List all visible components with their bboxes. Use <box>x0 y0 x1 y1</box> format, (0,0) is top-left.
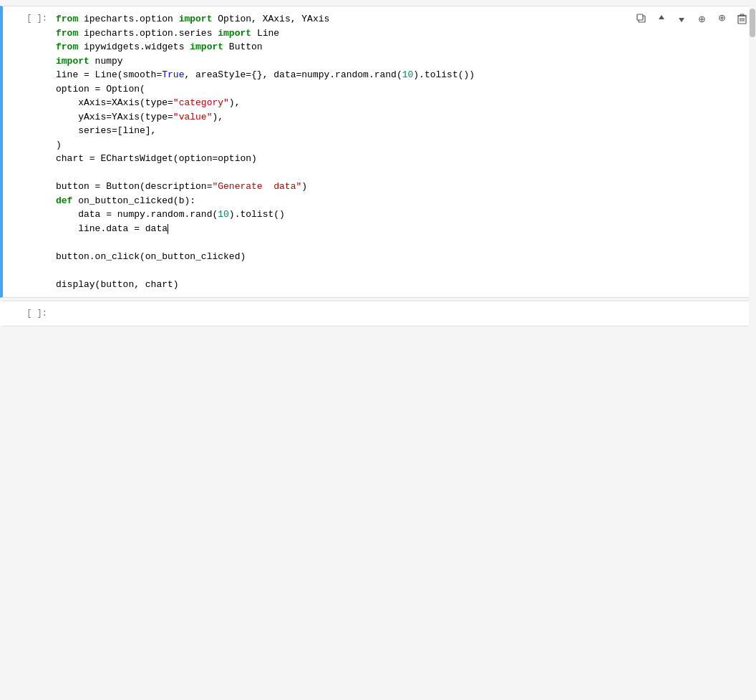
cell-prompt-1: [ ]: <box>3 6 53 297</box>
notebook-container: [ ]: from ipecharts.option import Option… <box>0 6 756 700</box>
code-line: def on_button_clicked(b): <box>56 194 625 208</box>
code-cell-1[interactable]: [ ]: from ipecharts.option import Option… <box>0 6 756 298</box>
delete-cell-button[interactable] <box>734 11 750 26</box>
code-line: from ipecharts.option.series import Line <box>56 26 625 41</box>
code-line: button.on_click(on_button_clicked) <box>56 250 625 264</box>
code-line: line = Line(smooth=True, areaStyle={}, d… <box>56 68 625 82</box>
insert-below-button[interactable]: ⊕ <box>714 11 730 26</box>
cell-code-2[interactable] <box>53 301 755 326</box>
code-line: line.data = data <box>56 222 625 236</box>
code-line: data = numpy.random.rand(10).tolist() <box>56 208 625 222</box>
cell-toolbar-1: ⊕ ⊕ <box>628 6 755 297</box>
svg-rect-7 <box>740 14 744 16</box>
code-line: series=[line], <box>56 124 625 138</box>
code-line: chart = EChartsWidget(option=option) <box>56 152 625 166</box>
scrollbar-thumb[interactable] <box>750 9 755 37</box>
cell-code-1[interactable]: from ipecharts.option import Option, XAx… <box>53 6 628 297</box>
code-line: xAxis=XAxis(type="category"), <box>56 96 625 110</box>
cell-prompt-2: [ ]: <box>3 301 53 326</box>
code-line: from ipywidgets.widgets import Button <box>56 40 625 54</box>
code-line: ) <box>56 138 625 152</box>
code-line <box>56 235 625 250</box>
code-line: yAxis=YAxis(type="value"), <box>56 110 625 125</box>
code-line: display(button, chart) <box>56 278 625 292</box>
copy-cell-button[interactable] <box>634 11 649 26</box>
code-line: button = Button(description="Generate da… <box>56 180 625 194</box>
code-line: option = Option( <box>56 82 625 97</box>
code-line <box>56 166 625 180</box>
code-line: import numpy <box>56 54 625 69</box>
scrollbar[interactable] <box>749 6 756 700</box>
insert-above-button[interactable]: ⊕ <box>694 11 709 26</box>
code-line: from ipecharts.option import Option, XAx… <box>56 12 625 26</box>
move-up-button[interactable] <box>654 11 669 26</box>
text-cursor <box>168 224 168 234</box>
code-line <box>56 263 625 278</box>
svg-rect-1 <box>637 14 643 20</box>
move-down-button[interactable] <box>674 11 689 26</box>
code-cell-2[interactable]: [ ]: <box>0 301 756 326</box>
